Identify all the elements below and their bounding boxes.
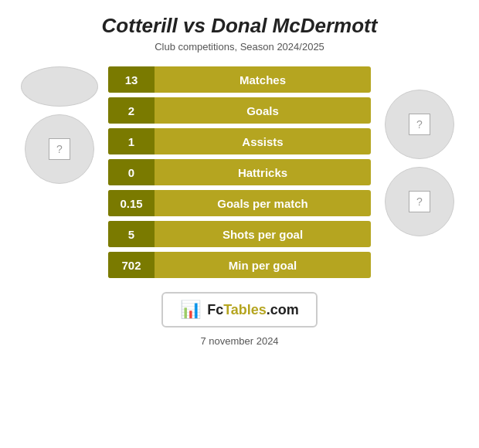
stat-label: Goals per match bbox=[155, 197, 371, 210]
stat-label: Min per goal bbox=[155, 259, 371, 272]
right-avatar-bottom: ? bbox=[385, 167, 454, 236]
left-avatar-icon: ? bbox=[49, 138, 70, 160]
right-avatar-top: ? bbox=[385, 90, 454, 159]
stat-value: 5 bbox=[108, 221, 155, 247]
stat-row: 2Goals bbox=[108, 97, 371, 124]
stat-value: 0.15 bbox=[108, 190, 155, 216]
stat-value: 13 bbox=[108, 66, 155, 93]
stat-value: 702 bbox=[108, 252, 155, 278]
stat-label: Assists bbox=[155, 135, 371, 148]
stat-label: Hattricks bbox=[155, 166, 371, 179]
logo-text: FcTables.com bbox=[207, 302, 299, 318]
page-container: Cotterill vs Donal McDermott Club compet… bbox=[0, 0, 479, 448]
page-subtitle: Club competitions, Season 2024/2025 bbox=[155, 41, 324, 53]
left-avatars: ? bbox=[17, 66, 102, 184]
stat-value: 0 bbox=[108, 159, 155, 185]
main-content: ? 13Matches2Goals1Assists0Hattricks0.15G… bbox=[8, 66, 471, 278]
stat-label: Goals bbox=[155, 104, 371, 117]
stat-label: Shots per goal bbox=[155, 228, 371, 241]
stats-area: 13Matches2Goals1Assists0Hattricks0.15Goa… bbox=[108, 66, 371, 278]
stat-row: 1Assists bbox=[108, 128, 371, 154]
stat-value: 1 bbox=[108, 128, 155, 154]
stat-label: Matches bbox=[155, 73, 371, 87]
left-avatar-bottom: ? bbox=[25, 114, 94, 184]
right-avatar-top-icon: ? bbox=[409, 114, 430, 135]
stat-value: 2 bbox=[108, 97, 155, 124]
page-title: Cotterill vs Donal McDermott bbox=[102, 14, 378, 38]
stat-row: 0.15Goals per match bbox=[108, 190, 371, 216]
bottom-area: 📊 FcTables.com 7 november 2024 bbox=[8, 278, 471, 347]
stat-row: 5Shots per goal bbox=[108, 221, 371, 247]
stat-row: 13Matches bbox=[108, 66, 371, 93]
left-avatar-top bbox=[21, 66, 98, 107]
logo-area: 📊 FcTables.com bbox=[161, 292, 318, 328]
date-text: 7 november 2024 bbox=[200, 335, 278, 347]
right-avatar-bottom-icon: ? bbox=[409, 191, 430, 212]
logo-box: 📊 FcTables.com bbox=[161, 292, 318, 328]
logo-icon: 📊 bbox=[180, 300, 201, 320]
stat-row: 702Min per goal bbox=[108, 252, 371, 278]
stat-row: 0Hattricks bbox=[108, 159, 371, 185]
right-avatars: ? ? bbox=[377, 90, 462, 236]
